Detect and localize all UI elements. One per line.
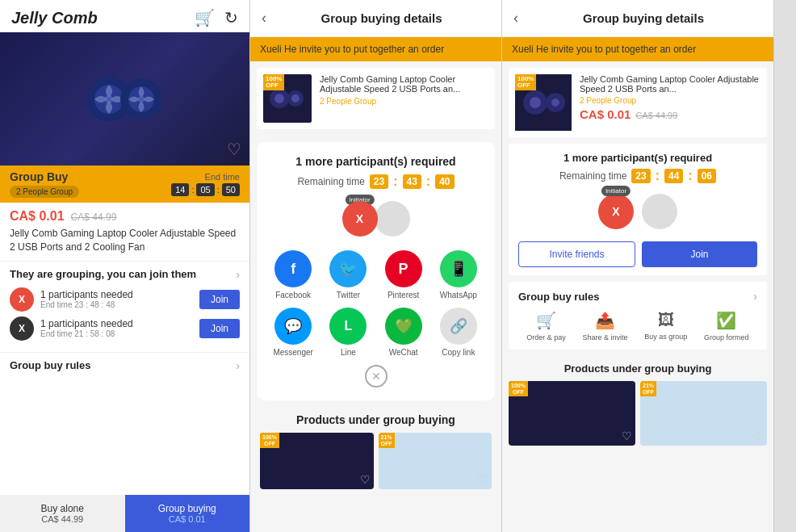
fan-image — [85, 67, 165, 132]
participant-row-1: X 1 participants needed End time 23 : 48… — [10, 287, 240, 312]
logo-bar: Jelly Comb 🛒 ↻ — [0, 0, 249, 32]
social-facebook[interactable]: f Facebook — [270, 250, 316, 300]
join-button-2[interactable]: Join — [199, 319, 240, 338]
social-pinterest[interactable]: P Pinterest — [380, 250, 427, 300]
timer-display: 14 : 05 : 50 — [171, 183, 240, 196]
social-line[interactable]: L Line — [325, 308, 371, 357]
facebook-icon: f — [274, 250, 312, 287]
right-off-badge: 100%OFF — [515, 74, 536, 90]
heart-mini-1[interactable]: ♡ — [360, 473, 371, 486]
buy-alone-button[interactable]: Buy alone CA$ 44.99 — [0, 495, 125, 532]
participants-card: 1 more participant(s) required Remaining… — [509, 144, 767, 275]
right-invite-banner: Xueli He invite you to put together an o… — [502, 37, 773, 61]
refresh-icon[interactable]: ↻ — [224, 8, 238, 27]
pinterest-label: Pinterest — [388, 291, 419, 300]
right-empty-slot — [642, 194, 677, 229]
right-prod-mini-1[interactable]: 100%OFF ♡ — [509, 381, 635, 446]
twitter-icon: 🐦 — [329, 250, 367, 287]
group-buying-button[interactable]: Group buying CA$ 0.01 — [125, 495, 250, 532]
right-header: ‹ Group buying details — [502, 0, 773, 37]
grouping-section: They are grouping, you can join them › X… — [0, 261, 249, 352]
middle-people-group: 2 People Group — [320, 97, 488, 106]
close-modal-button[interactable]: ✕ — [365, 365, 388, 387]
right-initiator-bubble: Initiator X — [598, 194, 634, 229]
empty-slot — [375, 201, 410, 237]
right-initiator-avatar: X — [598, 194, 634, 229]
svg-point-8 — [274, 94, 284, 103]
pinterest-icon: P — [385, 250, 422, 287]
heart-button[interactable]: ♡ — [227, 140, 241, 159]
timer-h: 23 — [370, 174, 388, 189]
right-back-arrow-icon[interactable]: ‹ — [513, 10, 518, 27]
off-badge: 100%OFF — [263, 74, 284, 90]
products-under-section: Products under group buying 100%OFF ♡ 21… — [250, 407, 501, 496]
heart-mini-2[interactable]: ♡ — [478, 473, 488, 486]
copy-icon: 🔗 — [440, 308, 477, 345]
rules-title-row[interactable]: Group buy rules › — [518, 290, 757, 303]
social-twitter[interactable]: 🐦 Twitter — [325, 250, 371, 300]
off-badge-mini-1: 100%OFF — [260, 433, 279, 448]
timer-minutes: 05 — [196, 183, 214, 196]
product-info: CA$ 0.01 CA$ 44.99 Jelly Comb Gaming Lap… — [0, 203, 249, 261]
invite-friends-button[interactable]: Invite friends — [518, 241, 635, 267]
group-buy-label: Group Buy — [10, 170, 79, 183]
chevron-right-icon: › — [236, 268, 240, 281]
middle-product-card[interactable]: 100%OFF Jelly Comb Gaming Laptop Cooler … — [257, 68, 495, 129]
right-products-section: Products under group buying 100%OFF ♡ 21… — [502, 356, 773, 452]
twitter-label: Twitter — [337, 291, 360, 300]
right-heart-mini-2[interactable]: ♡ — [753, 429, 764, 442]
cart-icon[interactable]: 🛒 — [195, 8, 215, 27]
join-button-1[interactable]: Join — [199, 290, 240, 309]
social-copy[interactable]: 🔗 Copy link — [435, 308, 482, 357]
part-remaining-label: Remaining time — [559, 170, 626, 182]
back-arrow-icon[interactable]: ‹ — [262, 10, 266, 27]
group-rules-row[interactable]: Group buy rules › — [0, 352, 249, 379]
products-under-title: Products under group buying — [260, 413, 492, 426]
middle-panel: ‹ Group buying details Xueli He invite y… — [250, 0, 502, 532]
wechat-label: WeChat — [389, 348, 418, 357]
order-pay-label: Order & pay — [526, 333, 566, 341]
right-products-title: Products under group buying — [509, 362, 767, 375]
messenger-icon: 💬 — [274, 308, 312, 345]
initiator-bubble: Initiator X — [342, 201, 378, 237]
svg-point-10 — [291, 94, 300, 103]
buy-group-label: Buy as group — [644, 333, 687, 341]
participant-row-2: X 1 participants needed End time 21 : 58… — [10, 316, 240, 341]
social-grid: f Facebook 🐦 Twitter P Pinterest 📱 Whats… — [270, 250, 482, 357]
social-wechat[interactable]: 💚 WeChat — [380, 308, 427, 357]
rules-icons-row: 🛒 Order & pay 📤 Share & invite 🖼 Buy as … — [518, 311, 757, 341]
social-whatsapp[interactable]: 📱 WhatsApp — [435, 250, 482, 300]
timer-m: 43 — [403, 174, 421, 189]
product-mini-1[interactable]: 100%OFF ♡ — [260, 433, 374, 489]
rule-share-invite: 📤 Share & invite — [583, 311, 628, 341]
right-prices: CA$ 0.01 CA$ 44.99 — [580, 107, 760, 121]
right-off-badge-mini-2: 21%OFF — [640, 381, 656, 396]
right-product-card[interactable]: 100%OFF Jelly Comb Gaming Laptop Cooler … — [509, 68, 767, 137]
wechat-icon: 💚 — [385, 308, 422, 345]
timer-s: 40 — [435, 174, 454, 189]
rules-chevron-icon: › — [753, 290, 757, 303]
right-products-grid: 100%OFF ♡ 21%OFF ♡ — [509, 381, 767, 446]
initiator-avatar: X — [342, 201, 378, 237]
participant-info-2: 1 participants needed End time 21 : 58 :… — [40, 318, 193, 338]
messenger-label: Messenger — [273, 348, 312, 357]
chevron-rules-icon: › — [236, 359, 240, 372]
right-prod-mini-2[interactable]: 21%OFF ♡ — [640, 381, 767, 446]
people-group-badge: 2 People Group — [10, 186, 79, 198]
social-messenger[interactable]: 💬 Messenger — [270, 308, 316, 357]
price-new: CA$ 0.01 — [10, 209, 65, 224]
facebook-label: Facebook — [275, 291, 311, 300]
action-buttons: Invite friends Join — [518, 241, 757, 267]
product-mini-2[interactable]: 21%OFF ♡ — [379, 433, 492, 489]
logo: Jelly Comb — [11, 9, 98, 27]
off-badge-mini-2: 21%OFF — [379, 433, 395, 448]
svg-point-13 — [530, 97, 541, 108]
right-price-old: CA$ 44.99 — [635, 111, 677, 120]
right-panel: ‹ Group buying details Xueli He invite y… — [502, 0, 774, 532]
end-time-2: End time 21 : 58 : 08 — [40, 329, 193, 338]
right-off-badge-mini-1: 100%OFF — [509, 381, 528, 396]
join-now-button[interactable]: Join — [642, 241, 757, 267]
rules-label: Group buy rules — [518, 291, 599, 303]
right-heart-mini-1[interactable]: ♡ — [622, 429, 632, 442]
rules-card: Group buy rules › 🛒 Order & pay 📤 Share … — [509, 282, 767, 350]
